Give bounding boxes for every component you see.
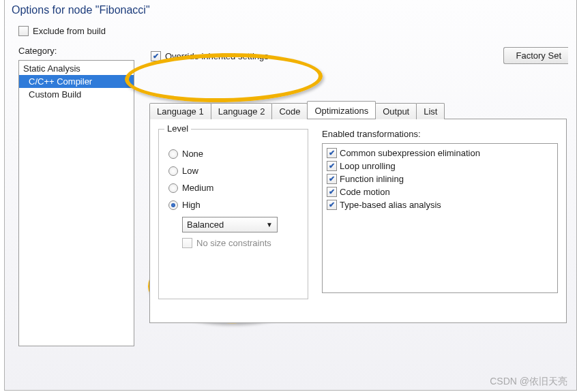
level-radio-label: Medium: [182, 183, 213, 193]
watermark: CSDN @依旧天亮: [490, 376, 567, 388]
level-radio[interactable]: [168, 200, 178, 210]
transform-label: Loop unrolling: [340, 161, 396, 171]
override-checkbox[interactable]: [151, 51, 161, 61]
window-title: Options for node "Fibonacci": [5, 0, 576, 23]
transform-label: Common subexpression elimination: [340, 148, 480, 158]
tab[interactable]: Output: [375, 103, 417, 119]
exclude-checkbox[interactable]: [18, 26, 29, 36]
transforms-listbox[interactable]: Common subexpression eliminationLoop unr…: [322, 143, 558, 293]
tab[interactable]: Code: [271, 103, 308, 119]
category-item[interactable]: Custom Build: [19, 88, 134, 101]
transform-checkbox[interactable]: [327, 200, 337, 210]
category-item[interactable]: C/C++ Compiler: [19, 75, 134, 88]
override-label: Override inherited settings: [165, 51, 269, 61]
tab[interactable]: Optimizations: [307, 101, 376, 119]
tab[interactable]: List: [416, 103, 445, 119]
level-radio-label: None: [182, 149, 203, 159]
transform-checkbox[interactable]: [327, 161, 337, 171]
transform-label: Type-based alias analysis: [340, 200, 441, 210]
transform-checkbox[interactable]: [327, 187, 337, 197]
transform-checkbox[interactable]: [327, 174, 337, 184]
exclude-label: Exclude from build: [33, 26, 106, 36]
tab-panel-optimizations: Level NoneLowMediumHigh Balanced ▼ No si…: [149, 119, 567, 323]
transform-label: Code motion: [340, 187, 390, 197]
level-combo[interactable]: Balanced ▼: [182, 217, 278, 232]
level-radio[interactable]: [168, 183, 178, 193]
transform-label: Function inlining: [340, 174, 404, 184]
chevron-down-icon: ▼: [266, 221, 273, 228]
factory-settings-button[interactable]: Factory Set: [503, 47, 568, 64]
category-listbox[interactable]: Static AnalysisC/C++ CompilerCustom Buil…: [18, 60, 134, 346]
no-size-label: No size constraints: [196, 238, 271, 248]
no-size-checkbox: [182, 238, 192, 248]
transforms-label: Enabled transformations:: [322, 129, 558, 139]
level-group: Level NoneLowMediumHigh Balanced ▼ No si…: [158, 129, 308, 299]
transform-checkbox[interactable]: [327, 148, 337, 158]
level-combo-value: Balanced: [187, 220, 224, 230]
tab[interactable]: Language 2: [211, 103, 273, 119]
level-radio-label: Low: [182, 166, 198, 176]
level-group-title: Level: [164, 123, 191, 134]
tabs-bar: Language 1Language 2CodeOptimizationsOut…: [149, 101, 567, 119]
category-item[interactable]: Static Analysis: [19, 62, 134, 75]
category-label: Category:: [18, 46, 134, 56]
level-radio[interactable]: [168, 149, 178, 159]
level-radio[interactable]: [168, 166, 178, 176]
level-radio-label: High: [182, 200, 201, 210]
tab[interactable]: Language 1: [149, 103, 211, 119]
